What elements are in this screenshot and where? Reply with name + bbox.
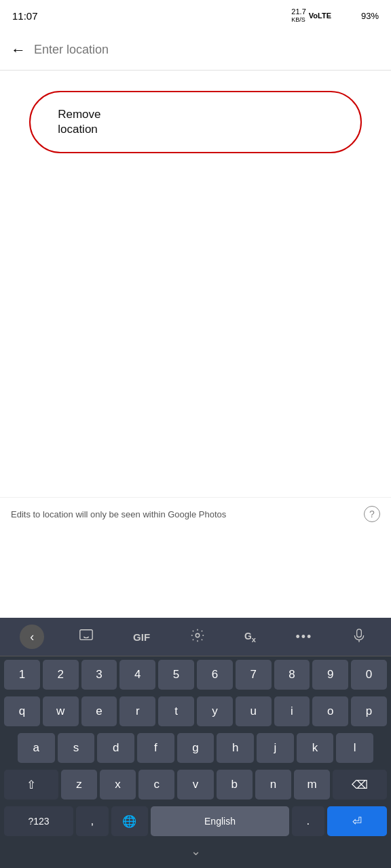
key-globe[interactable]: 🌐: [111, 806, 148, 836]
signal-icon: [349, 10, 358, 22]
data-speed-icon: 21.7 KB/S: [291, 8, 305, 23]
key-q[interactable]: q: [4, 696, 40, 726]
key-y[interactable]: y: [197, 696, 233, 726]
key-4[interactable]: 4: [119, 660, 155, 690]
key-w[interactable]: w: [43, 696, 79, 726]
key-d[interactable]: d: [97, 733, 134, 763]
key-f[interactable]: f: [137, 733, 174, 763]
key-s[interactable]: s: [58, 733, 95, 763]
key-b[interactable]: b: [217, 770, 253, 800]
key-c[interactable]: c: [138, 770, 174, 800]
wifi-icon: [334, 10, 346, 22]
svg-rect-2: [356, 629, 361, 637]
key-g[interactable]: g: [177, 733, 215, 763]
key-comma[interactable]: ,: [76, 806, 109, 836]
status-time: 11:07: [12, 10, 38, 22]
remove-location-wrapper: Removelocation: [29, 91, 362, 153]
keyboard-hide-button[interactable]: ⌄: [191, 844, 201, 859]
key-a[interactable]: a: [18, 733, 55, 763]
keyboard-more-button[interactable]: •••: [290, 627, 318, 647]
key-1[interactable]: 1: [4, 660, 40, 690]
bottom-row: ?123 , 🌐 English . ⏎: [0, 803, 391, 840]
status-bar: 11:07 21.7 KB/S VoLTE 93%: [0, 0, 391, 30]
key-5[interactable]: 5: [158, 660, 194, 690]
key-n[interactable]: n: [255, 770, 291, 800]
help-icon-button[interactable]: ?: [364, 506, 380, 522]
key-m[interactable]: m: [294, 770, 330, 800]
key-3[interactable]: 3: [81, 660, 117, 690]
key-period[interactable]: .: [292, 806, 324, 836]
key-h[interactable]: h: [217, 733, 254, 763]
location-input[interactable]: [34, 43, 380, 57]
bottom-info-bar: Edits to location will only be seen with…: [0, 497, 391, 530]
key-backspace[interactable]: ⌫: [333, 770, 387, 800]
key-x[interactable]: x: [100, 770, 136, 800]
content-area: Removelocation: [0, 71, 391, 174]
number-row: 1 2 3 4 5 6 7 8 9 0: [0, 656, 391, 693]
keyboard: ‹ GIF Gx ••• 1 2 3 4 5 6 7 8 9 0 q w e r…: [0, 618, 391, 868]
key-v[interactable]: v: [177, 770, 213, 800]
key-o[interactable]: o: [312, 696, 348, 726]
key-i[interactable]: i: [274, 696, 310, 726]
key-r[interactable]: r: [119, 696, 155, 726]
keyboard-toolbar: ‹ GIF Gx •••: [0, 618, 391, 656]
location-info-text: Edits to location will only be seen with…: [11, 509, 364, 519]
key-p[interactable]: p: [351, 696, 387, 726]
key-7[interactable]: 7: [236, 660, 272, 690]
key-enter[interactable]: ⏎: [327, 806, 387, 836]
remove-location-button[interactable]: Removelocation: [29, 91, 362, 153]
battery-icon: 93%: [361, 11, 379, 21]
key-9[interactable]: 9: [312, 660, 348, 690]
keyboard-emoji-button[interactable]: [73, 625, 99, 649]
keyboard-back-button[interactable]: ‹: [20, 625, 44, 649]
keyboard-gif-button[interactable]: GIF: [128, 629, 155, 646]
status-right-icons: 21.7 KB/S VoLTE 93%: [291, 8, 379, 23]
volte-icon: VoLTE: [309, 12, 331, 20]
back-button[interactable]: ←: [11, 41, 26, 59]
top-bar: ←: [0, 30, 391, 71]
key-e[interactable]: e: [81, 696, 117, 726]
key-z[interactable]: z: [61, 770, 97, 800]
key-6[interactable]: 6: [197, 660, 233, 690]
key-space[interactable]: English: [151, 806, 289, 836]
key-8[interactable]: 8: [274, 660, 310, 690]
key-j[interactable]: j: [257, 733, 294, 763]
keyboard-bottom-row: ⌄: [0, 840, 391, 861]
key-l[interactable]: l: [336, 733, 373, 763]
key-sym[interactable]: ?123: [4, 806, 73, 836]
asdf-row: a s d f g h j k l: [0, 730, 391, 766]
svg-point-1: [196, 633, 200, 637]
key-2[interactable]: 2: [43, 660, 79, 690]
key-u[interactable]: u: [236, 696, 272, 726]
key-t[interactable]: t: [158, 696, 194, 726]
keyboard-mic-button[interactable]: [347, 625, 371, 649]
zxcv-row: ⇧ z x c v b n m ⌫: [0, 766, 391, 803]
keyboard-settings-button[interactable]: [185, 625, 210, 649]
remove-location-label: Removelocation: [58, 107, 100, 137]
qwerty-row: q w e r t y u i o p: [0, 693, 391, 730]
key-0[interactable]: 0: [351, 660, 387, 690]
key-shift[interactable]: ⇧: [4, 770, 58, 800]
keyboard-translate-button[interactable]: Gx: [239, 628, 261, 646]
key-k[interactable]: k: [297, 733, 334, 763]
